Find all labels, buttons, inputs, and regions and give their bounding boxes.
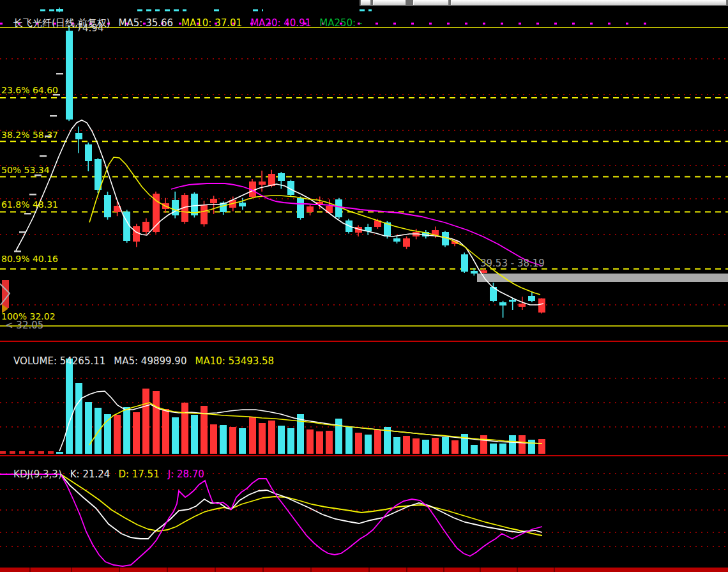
fib-label-382: 38.2% 58.37 <box>1 130 58 140</box>
volume-bar[interactable] <box>480 435 487 454</box>
ma10-readout: MA10: 37.01 <box>181 17 242 29</box>
low-price-label: < 32.05 <box>5 321 43 330</box>
fib-label-50: 50% 53.34 <box>1 166 50 175</box>
candle[interactable] <box>259 182 266 184</box>
candle[interactable] <box>393 238 400 241</box>
candle[interactable] <box>104 195 111 217</box>
volume-panel-header: VOLUME: 54265.11MA5: 49899.90MA10: 53493… <box>1 344 282 378</box>
candle[interactable] <box>210 199 217 204</box>
candle[interactable] <box>66 31 73 120</box>
volume-bar[interactable] <box>114 415 121 454</box>
gap-zone-bar <box>477 274 728 282</box>
volume-readout: VOLUME: 54265.11 <box>13 355 105 367</box>
candle[interactable] <box>499 302 506 305</box>
volume-bar[interactable] <box>326 431 333 454</box>
candle[interactable] <box>471 271 478 274</box>
volume-bar[interactable] <box>393 437 400 454</box>
volume-bar[interactable] <box>259 423 266 454</box>
ma250-readout: MA250: - <box>319 17 362 29</box>
volume-bar[interactable] <box>142 389 149 454</box>
candle[interactable] <box>278 173 285 181</box>
trend-dash-mark <box>29 194 36 196</box>
candle[interactable] <box>75 133 82 139</box>
kdj-panel-header: KDJ(9,3,3)K: 21.24D: 17.51J: 28.70 <box>1 457 213 491</box>
volume-bar[interactable] <box>471 445 478 454</box>
candle[interactable] <box>403 238 410 247</box>
ma20-readout: MA20: 40.91 <box>250 17 311 29</box>
volume-bar[interactable] <box>432 438 439 454</box>
volume-bar[interactable] <box>56 452 63 454</box>
kdj-d-readout: D: 17.51 <box>118 468 159 480</box>
volume-bar[interactable] <box>422 440 429 454</box>
volume-bar[interactable] <box>307 429 314 454</box>
time-axis-bar[interactable] <box>0 568 728 572</box>
candle[interactable] <box>142 222 149 232</box>
volume-bar[interactable] <box>509 435 516 454</box>
volume-bar[interactable] <box>172 417 179 454</box>
trend-dash-mark <box>40 155 47 157</box>
start-marker-flag <box>2 280 9 308</box>
volume-bar[interactable] <box>355 433 362 454</box>
volume-bar[interactable] <box>220 425 227 454</box>
volume-bar[interactable] <box>210 424 217 454</box>
volume-ma5-readout: MA5: 49899.90 <box>114 355 186 367</box>
volume-bar[interactable] <box>490 444 497 454</box>
volume-bar[interactable] <box>365 435 372 454</box>
fib-label-809: 80.9% 40.16 <box>1 254 58 264</box>
volume-bar[interactable] <box>499 444 506 454</box>
volume-bar[interactable] <box>229 427 236 454</box>
candle[interactable] <box>201 205 208 225</box>
volume-bar[interactable] <box>345 427 353 454</box>
volume-bar[interactable] <box>278 426 285 454</box>
volume-bar[interactable] <box>335 419 342 454</box>
price-panel-header: 长飞光纤(日线,前复权)MA5: 35.66MA10: 37.01MA20: 4… <box>1 6 370 40</box>
candle[interactable] <box>85 144 92 160</box>
volume-bar[interactable] <box>85 402 92 454</box>
kdj-k-readout: K: 21.24 <box>70 468 110 480</box>
candle[interactable] <box>461 254 468 271</box>
volume-bar[interactable] <box>287 428 294 454</box>
candle[interactable] <box>538 298 545 313</box>
volume-bar[interactable] <box>451 440 459 454</box>
volume-bar[interactable] <box>413 438 420 454</box>
volume-bar[interactable] <box>162 409 169 454</box>
volume-bar[interactable] <box>153 391 160 454</box>
toolbar-button[interactable] <box>373 0 406 5</box>
toolbar-button[interactable] <box>361 0 371 5</box>
volume-bar[interactable] <box>95 408 102 454</box>
volume-bar[interactable] <box>538 439 545 454</box>
volume-bar[interactable] <box>133 412 140 454</box>
kdj-params-readout: KDJ(9,3,3) <box>13 468 62 480</box>
peak-price-label: ¯74.94 <box>72 24 103 33</box>
candle[interactable] <box>153 194 160 232</box>
ma5-readout: MA5: 35.66 <box>119 17 174 29</box>
candle[interactable] <box>528 296 535 301</box>
volume-bar[interactable] <box>268 421 275 454</box>
volume-bar[interactable] <box>528 440 535 454</box>
trend-dash-mark <box>24 213 31 215</box>
candle[interactable] <box>239 203 246 206</box>
volume-bar[interactable] <box>191 415 198 454</box>
candle[interactable] <box>95 159 102 189</box>
candle[interactable] <box>297 198 304 219</box>
price-panel[interactable] <box>0 8 728 326</box>
volume-bar[interactable] <box>403 436 410 454</box>
volume-bar[interactable] <box>123 407 130 454</box>
fib-label-618: 61.8% 48.31 <box>1 200 58 210</box>
volume-bar[interactable] <box>316 431 323 454</box>
volume-bar[interactable] <box>519 435 526 454</box>
candle[interactable] <box>307 206 314 212</box>
candle[interactable] <box>442 232 449 245</box>
toolbar-button[interactable] <box>413 0 449 5</box>
volume-bar[interactable] <box>239 428 246 454</box>
trading-terminal-window: 长飞光纤(日线,前复权)MA5: 35.66MA10: 37.01MA20: 4… <box>0 0 728 572</box>
volume-bar[interactable] <box>249 417 256 454</box>
toolbar-button[interactable] <box>451 0 727 5</box>
trend-dash-mark <box>56 73 63 75</box>
volume-bar[interactable] <box>442 437 449 454</box>
volume-bar[interactable] <box>181 403 188 454</box>
volume-bar[interactable] <box>75 383 82 454</box>
fib-label-236: 23.6% 64.60 <box>1 86 58 95</box>
volume-bar[interactable] <box>374 429 381 454</box>
candle[interactable] <box>519 304 526 306</box>
